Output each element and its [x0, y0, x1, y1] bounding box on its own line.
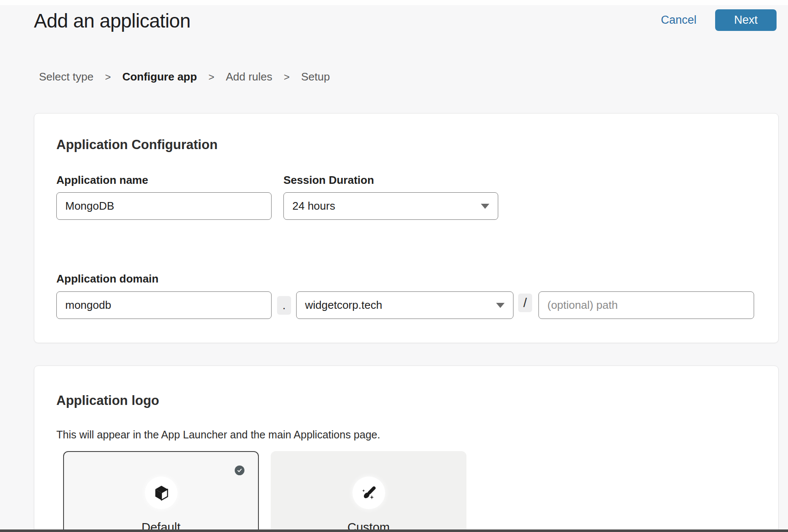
paintbrush-icon: [361, 485, 377, 502]
page-title: Add an application: [34, 9, 191, 32]
session-duration-value: 24 hours: [292, 200, 476, 213]
breadcrumb: Select type > Configure app > Add rules …: [39, 70, 330, 83]
selected-check-icon: [235, 466, 244, 475]
default-logo-circle: [145, 477, 178, 509]
add-application-page: Add an application Cancel Next Select ty…: [0, 0, 788, 532]
domain-slash-separator: /: [518, 294, 532, 312]
application-logo-card: Application logo This will appear in the…: [34, 366, 779, 532]
bottom-window-edge: [0, 529, 788, 532]
application-name-input[interactable]: [56, 192, 272, 220]
next-button[interactable]: Next: [715, 9, 777, 31]
application-name-label: Application name: [56, 174, 148, 187]
breadcrumb-step-select-type[interactable]: Select type: [39, 70, 94, 83]
breadcrumb-step-configure-app[interactable]: Configure app: [122, 70, 197, 83]
domain-dot-separator: .: [277, 296, 291, 315]
chevron-down-icon: [481, 204, 489, 209]
domain-select[interactable]: widgetcorp.tech: [296, 291, 513, 319]
configuration-heading: Application Configuration: [56, 137, 218, 152]
logo-option-default[interactable]: Default: [63, 451, 259, 532]
logo-description: This will appear in the App Launcher and…: [56, 429, 380, 441]
application-configuration-card: Application Configuration Application na…: [34, 113, 779, 343]
custom-logo-circle: [352, 477, 385, 509]
domain-select-value: widgetcorp.tech: [305, 299, 491, 312]
logo-option-custom[interactable]: Custom: [271, 451, 466, 532]
chevron-down-icon: [496, 303, 505, 308]
breadcrumb-separator: >: [284, 71, 290, 83]
cube-icon: [153, 485, 170, 502]
cancel-button[interactable]: Cancel: [661, 14, 696, 27]
breadcrumb-separator: >: [208, 71, 214, 83]
breadcrumb-step-setup[interactable]: Setup: [301, 70, 330, 83]
logo-heading: Application logo: [56, 393, 159, 408]
breadcrumb-step-add-rules[interactable]: Add rules: [226, 70, 272, 83]
path-input[interactable]: [538, 291, 754, 319]
top-strip: [0, 0, 788, 5]
breadcrumb-separator: >: [105, 71, 111, 83]
session-duration-select[interactable]: 24 hours: [283, 192, 498, 220]
application-domain-label: Application domain: [56, 272, 158, 285]
session-duration-label: Session Duration: [283, 174, 374, 187]
subdomain-input[interactable]: [56, 291, 272, 319]
